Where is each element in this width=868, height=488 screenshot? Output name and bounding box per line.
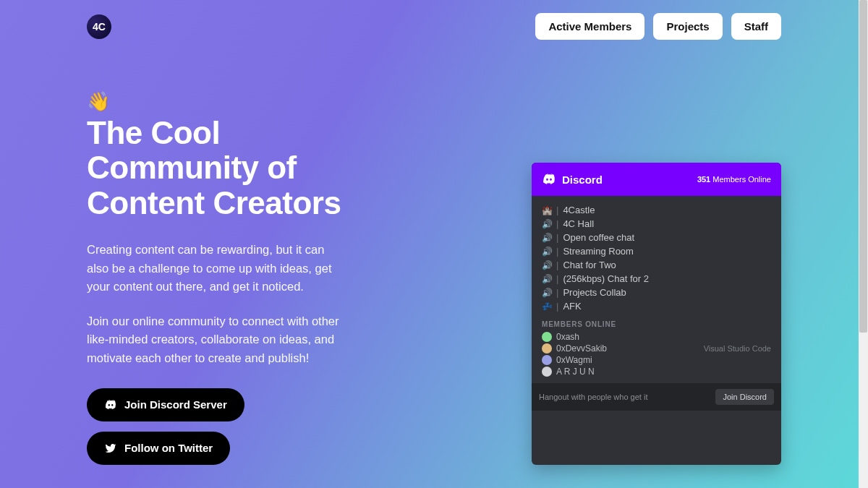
channel-name: Open coffee chat bbox=[563, 232, 634, 243]
nav-staff[interactable]: Staff bbox=[731, 13, 781, 40]
discord-widget-header: Discord 351 Members Online bbox=[532, 163, 781, 196]
join-discord-label: Join Discord Server bbox=[124, 398, 227, 411]
channel-name: Chat for Two bbox=[563, 260, 616, 270]
discord-icon bbox=[104, 398, 117, 411]
discord-member[interactable]: 0xWagmi bbox=[532, 354, 781, 366]
channel-name: 4Castle bbox=[563, 205, 595, 215]
follow-twitter-label: Follow on Twitter bbox=[124, 442, 213, 454]
channel-icon: 🔊 bbox=[542, 247, 552, 257]
channel-name: (256kbps) Chat for 2 bbox=[563, 273, 649, 284]
scrollbar-thumb[interactable] bbox=[859, 0, 867, 333]
channel-icon: 🔊 bbox=[542, 274, 552, 284]
channel-icon: 🏰 bbox=[542, 205, 552, 215]
channel-icon: 💤 bbox=[542, 301, 552, 312]
channel-name: Streaming Room bbox=[563, 246, 634, 257]
channel-icon: 🔊 bbox=[542, 233, 552, 243]
scrollbar-track[interactable] bbox=[859, 0, 868, 488]
discord-brand: Discord bbox=[542, 172, 603, 187]
discord-channel[interactable]: 🔊|4C Hall bbox=[532, 217, 781, 231]
logo-text: 4C bbox=[93, 21, 106, 33]
join-discord-widget-button[interactable]: Join Discord bbox=[715, 389, 774, 405]
channel-name: AFK bbox=[563, 301, 581, 312]
channel-pipe: | bbox=[556, 205, 558, 215]
nav-projects[interactable]: Projects bbox=[653, 13, 722, 40]
member-avatar bbox=[542, 343, 552, 354]
discord-channel[interactable]: 🏰|4Castle bbox=[532, 203, 781, 217]
discord-widget-wrap: Discord 351 Members Online 🏰|4Castle🔊|4C… bbox=[420, 90, 781, 465]
member-name: A R J U N bbox=[556, 367, 595, 377]
wave-emoji: 👋 bbox=[87, 90, 376, 113]
channel-pipe: | bbox=[556, 260, 558, 270]
discord-online-label: Members Online bbox=[712, 175, 771, 184]
twitter-icon bbox=[104, 442, 117, 455]
discord-channel[interactable]: 🔊|Projects Collab bbox=[532, 286, 781, 299]
discord-channel[interactable]: 🔊|(256kbps) Chat for 2 bbox=[532, 272, 781, 286]
channel-icon: 🔊 bbox=[542, 260, 552, 270]
member-avatar bbox=[542, 355, 552, 365]
member-name: 0xash bbox=[556, 332, 579, 342]
member-name: 0xWagmi bbox=[556, 355, 592, 365]
header: 4C Active Members Projects Staff bbox=[87, 0, 781, 40]
nav-active-members[interactable]: Active Members bbox=[535, 13, 644, 40]
logo[interactable]: 4C bbox=[87, 14, 111, 39]
join-discord-button[interactable]: Join Discord Server bbox=[87, 388, 244, 421]
hero-title: The Cool Community of Content Creators bbox=[87, 116, 376, 221]
discord-online-count: 351 bbox=[697, 175, 710, 184]
hero-para-2: Join our online community to connect wit… bbox=[87, 312, 347, 368]
hero-para-1: Creating content can be rewarding, but i… bbox=[87, 241, 347, 296]
channel-icon: 🔊 bbox=[542, 288, 552, 298]
discord-footer-tag: Hangout with people who get it bbox=[539, 393, 647, 401]
channel-name: 4C Hall bbox=[563, 218, 594, 229]
channel-name: Projects Collab bbox=[563, 287, 626, 298]
discord-widget: Discord 351 Members Online 🏰|4Castle🔊|4C… bbox=[532, 163, 781, 465]
member-name: 0xDevvSakib bbox=[556, 343, 607, 354]
channel-pipe: | bbox=[556, 218, 558, 229]
discord-channel[interactable]: 🔊|Open coffee chat bbox=[532, 231, 781, 244]
discord-channel[interactable]: 🔊|Chat for Two bbox=[532, 258, 781, 272]
channel-pipe: | bbox=[556, 273, 558, 284]
discord-channel[interactable]: 💤|AFK bbox=[532, 299, 781, 313]
hero: 👋 The Cool Community of Content Creators… bbox=[87, 90, 376, 465]
channel-pipe: | bbox=[556, 287, 558, 298]
discord-online-status: 351 Members Online bbox=[697, 175, 771, 184]
discord-widget-footer: Hangout with people who get it Join Disc… bbox=[532, 383, 781, 411]
discord-brand-text: Discord bbox=[562, 174, 603, 186]
cta-group: Join Discord Server Follow on Twitter bbox=[87, 388, 376, 465]
channel-pipe: | bbox=[556, 246, 558, 257]
channel-pipe: | bbox=[556, 301, 558, 312]
discord-channel[interactable]: 🔊|Streaming Room bbox=[532, 244, 781, 258]
discord-member[interactable]: 0xash bbox=[532, 331, 781, 343]
discord-logo-icon bbox=[542, 172, 556, 187]
discord-member[interactable]: 0xDevvSakibVisual Studio Code bbox=[532, 343, 781, 354]
channel-icon: 🔊 bbox=[542, 219, 552, 229]
member-activity: Visual Studio Code bbox=[704, 344, 771, 353]
nav: Active Members Projects Staff bbox=[535, 13, 781, 40]
main: 👋 The Cool Community of Content Creators… bbox=[87, 40, 781, 465]
follow-twitter-button[interactable]: Follow on Twitter bbox=[87, 432, 230, 465]
discord-widget-body: 🏰|4Castle🔊|4C Hall🔊|Open coffee chat🔊|St… bbox=[532, 196, 781, 383]
member-avatar bbox=[542, 332, 552, 342]
members-online-header: MEMBERS ONLINE bbox=[532, 313, 781, 331]
channel-pipe: | bbox=[556, 232, 558, 243]
member-avatar bbox=[542, 367, 552, 377]
discord-member[interactable]: A R J U N bbox=[532, 366, 781, 377]
